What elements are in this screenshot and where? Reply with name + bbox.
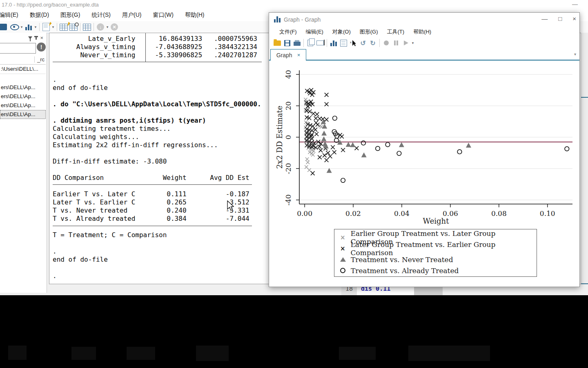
legend-label: Treatment vs. Never Treated bbox=[351, 256, 453, 264]
history-search-input[interactable] bbox=[0, 43, 36, 54]
legend-entry: Treatment vs. Already Treated bbox=[340, 265, 537, 276]
panel-edge-line bbox=[581, 283, 588, 284]
menu-item[interactable]: 工具(T) bbox=[383, 28, 409, 36]
menu-item[interactable]: 用户(U) bbox=[116, 11, 147, 19]
triangle-marker-icon bbox=[340, 257, 351, 262]
svg-text:0.00: 0.00 bbox=[297, 209, 312, 218]
taskbar-ghost bbox=[339, 347, 376, 360]
maximize-icon[interactable]: □ bbox=[558, 15, 562, 22]
output-line: Never_v_timing -5.330906825 .2402701287 bbox=[53, 51, 261, 59]
menu-item[interactable]: 对象(O) bbox=[328, 28, 355, 36]
menu-item[interactable]: 图形(G) bbox=[355, 28, 383, 36]
dofile-editor-icon[interactable] bbox=[41, 22, 51, 32]
output-line: end of do-file bbox=[53, 256, 261, 264]
legend-label: Treatment vs. Already Treated bbox=[351, 267, 459, 275]
pin-icon[interactable] bbox=[36, 36, 37, 40]
pointer-tool-icon[interactable]: x bbox=[348, 38, 358, 48]
filter-icon[interactable] bbox=[28, 36, 32, 39]
graph-tabbar: Graph × ▾ bbox=[269, 49, 579, 61]
taskbar-ghost bbox=[71, 347, 96, 360]
menu-item[interactable]: 图形(G) bbox=[55, 11, 86, 19]
dd-table-hline-bottom bbox=[53, 226, 252, 226]
output-line: DD Comparison Weight Avg DD Est bbox=[53, 174, 261, 182]
svg-text:20: 20 bbox=[284, 101, 292, 110]
copy-icon[interactable] bbox=[305, 38, 315, 48]
graph-window-title: Graph - Graph bbox=[284, 16, 321, 23]
copy-as-name-icon[interactable] bbox=[315, 38, 325, 48]
tab-close-icon[interactable]: × bbox=[297, 52, 301, 58]
output-line: T vs. Never treated 0.240 -5.331 bbox=[53, 206, 261, 215]
history-item[interactable]: ers\DELL\Ap... bbox=[0, 83, 46, 92]
tab-list-caret-icon[interactable]: ▾ bbox=[574, 52, 576, 56]
chevron-down-icon[interactable]: ▾ bbox=[411, 41, 415, 45]
chevron-down-icon[interactable]: ▾ bbox=[20, 25, 24, 29]
history-item[interactable]: ers\DELL\Ap... bbox=[0, 110, 46, 119]
chevron-down-icon[interactable]: ▾ bbox=[51, 25, 55, 29]
history-sidebar: × ! _rc :\Users\DELL\...ers\DELL\Ap...er… bbox=[0, 33, 47, 293]
toolbar-separator bbox=[379, 39, 380, 47]
close-icon[interactable]: × bbox=[40, 35, 43, 40]
toolbar-separator bbox=[94, 23, 94, 31]
save-icon[interactable] bbox=[282, 38, 292, 48]
log-icon[interactable] bbox=[0, 22, 10, 32]
output-line: Diff-in-diff estimate: -3.080 bbox=[53, 157, 261, 166]
chevron-down-icon[interactable]: ▾ bbox=[33, 25, 38, 29]
undo-icon[interactable]: ↺ bbox=[358, 38, 368, 48]
tab-graph[interactable]: Graph × bbox=[270, 49, 306, 61]
more-down-icon[interactable]: ↓ bbox=[96, 22, 105, 32]
chevron-down-icon[interactable]: ▾ bbox=[105, 25, 109, 29]
graph-icon[interactable] bbox=[329, 38, 339, 48]
pause-icon[interactable] bbox=[391, 38, 401, 48]
menu-item[interactable]: 窗口(W) bbox=[147, 11, 179, 19]
toolbar-separator bbox=[39, 23, 40, 31]
svg-text:-40: -40 bbox=[284, 194, 292, 205]
taskbar-ghost bbox=[196, 346, 229, 361]
menu-item[interactable]: 统计(S) bbox=[86, 11, 116, 19]
play-icon[interactable] bbox=[401, 38, 411, 48]
minimize-icon[interactable]: — bbox=[541, 15, 548, 22]
output-line: Calculating treatment times... bbox=[53, 125, 261, 133]
svg-text:40: 40 bbox=[284, 70, 292, 79]
menu-item[interactable]: 帮助(H) bbox=[179, 11, 210, 19]
main-window-title: 17.0 - http://pped.org/bacon_example.dta bbox=[2, 2, 99, 8]
output-line bbox=[53, 223, 261, 231]
svg-text:-20: -20 bbox=[284, 163, 292, 174]
history-column-header[interactable]: _rc bbox=[0, 55, 46, 65]
record-icon[interactable] bbox=[381, 38, 391, 48]
minimize-icon[interactable]: — bbox=[569, 1, 581, 8]
graph-titlebar[interactable]: Graph - Graph — □ × bbox=[269, 13, 579, 27]
table-vline bbox=[145, 33, 146, 62]
results-text: Late_v_Early 16.86439133 .0000755963 Alw… bbox=[53, 35, 261, 280]
menu-item[interactable]: 数据(D) bbox=[24, 11, 55, 19]
menu-item[interactable]: 编辑(E) bbox=[0, 11, 24, 19]
variables-manager-icon[interactable] bbox=[82, 22, 92, 32]
log-list-icon[interactable] bbox=[339, 38, 348, 48]
output-line: Late_v_Early 16.86439133 .0000755963 bbox=[53, 35, 261, 43]
break-icon[interactable]: ✕ bbox=[109, 22, 119, 32]
data-editor-icon[interactable] bbox=[59, 22, 69, 32]
graph-icon[interactable] bbox=[24, 22, 33, 32]
redo-icon[interactable]: ↻ bbox=[368, 38, 378, 48]
output-line: end of do-file bbox=[53, 84, 261, 92]
main-titlebar[interactable]: 17.0 - http://pped.org/bacon_example.dta… bbox=[0, 0, 588, 9]
output-line bbox=[53, 239, 261, 247]
close-icon[interactable]: × bbox=[572, 15, 576, 22]
menu-item[interactable]: 帮助(H) bbox=[409, 28, 436, 36]
output-line: . bbox=[53, 76, 261, 84]
print-icon[interactable] bbox=[292, 38, 302, 48]
output-line: Estimating 2x2 diff-in-diff regressions.… bbox=[53, 141, 261, 149]
menu-item[interactable]: 编辑(E) bbox=[301, 28, 328, 36]
viewer-eye-icon[interactable] bbox=[10, 22, 20, 32]
screen: 17.0 - http://pped.org/bacon_example.dta… bbox=[0, 0, 588, 368]
data-browser-icon[interactable] bbox=[69, 22, 78, 32]
open-icon[interactable] bbox=[272, 38, 282, 48]
history-item[interactable]: ers\DELL\Ap... bbox=[0, 101, 46, 110]
right-panel-sliver bbox=[581, 33, 588, 284]
graph-menubar: 文件(F)编辑(E)对象(O)图形(G)工具(T)帮助(H) bbox=[269, 27, 579, 37]
output-line bbox=[53, 108, 261, 117]
history-item[interactable]: ers\DELL\Ap... bbox=[0, 92, 46, 101]
output-line bbox=[53, 166, 261, 174]
history-item[interactable]: :\Users\DELL\... bbox=[0, 65, 46, 74]
menu-item[interactable]: 文件(F) bbox=[275, 28, 301, 36]
svg-text:0.08: 0.08 bbox=[491, 209, 507, 218]
